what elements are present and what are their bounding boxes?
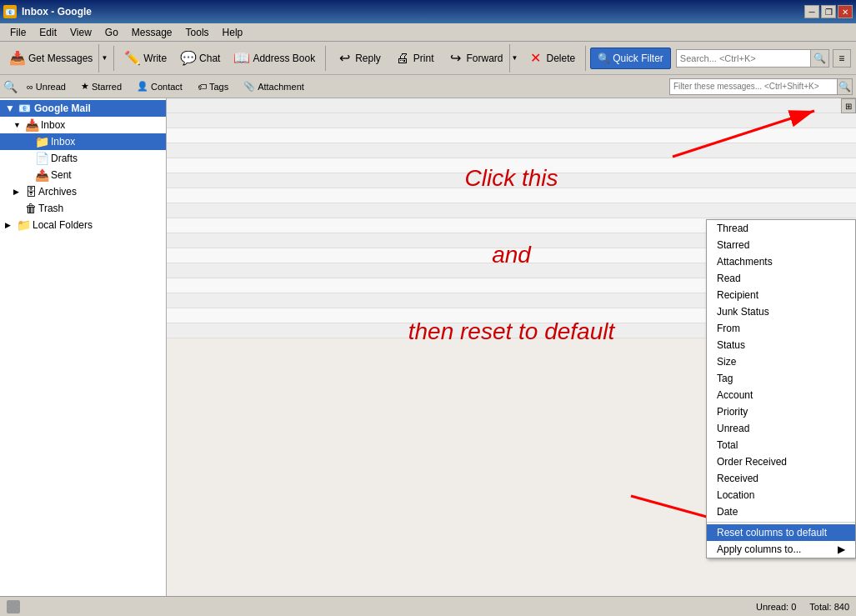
delete-button[interactable]: ✕ Delete — [521, 44, 581, 73]
email-row[interactable] — [167, 128, 856, 143]
sent-icon: 📤 — [35, 168, 49, 182]
ctx-unread[interactable]: Unread — [707, 420, 855, 437]
ctx-read[interactable]: Read — [707, 270, 855, 287]
menu-file[interactable]: File — [3, 25, 33, 40]
reply-button[interactable]: ↩ Reply — [330, 44, 387, 73]
email-row[interactable] — [167, 158, 856, 173]
local-folders-expander: ▶ — [5, 221, 15, 229]
archives-expander: ▶ — [13, 188, 23, 196]
separator-1 — [113, 46, 114, 71]
toolbar-menu-button[interactable]: ≡ — [833, 49, 851, 68]
ctx-date[interactable]: Date — [707, 503, 855, 520]
sidebar-item-archives[interactable]: ▶ 🗄 Archives — [0, 183, 166, 200]
print-icon: 🖨 — [394, 50, 411, 67]
filter-input[interactable] — [670, 82, 837, 91]
unread-icon: ∞ — [27, 82, 33, 92]
sidebar-sent-label: Sent — [51, 169, 72, 181]
ctx-apply-columns[interactable]: Apply columns to... ▶ — [707, 541, 855, 558]
filter-contact-button[interactable]: 👤 Contact — [131, 78, 188, 94]
inbox-expander: ▼ — [13, 121, 23, 129]
ctx-received[interactable]: Received — [707, 470, 855, 487]
menu-bar: File Edit View Go Message Tools Help — [0, 23, 856, 42]
context-menu: Thread Starred Attachments Read Recipien… — [706, 219, 856, 558]
ctx-junk-status[interactable]: Junk Status — [707, 303, 855, 320]
print-button[interactable]: 🖨 Print — [388, 44, 440, 73]
search-input[interactable] — [677, 53, 810, 63]
restore-button[interactable]: ❐ — [821, 5, 836, 18]
menu-tools[interactable]: Tools — [179, 25, 216, 40]
address-book-button[interactable]: 📖 Address Book — [228, 44, 321, 73]
filter-bar-icon: 🔍 — [3, 80, 18, 93]
menu-help[interactable]: Help — [216, 25, 250, 40]
ctx-account[interactable]: Account — [707, 387, 855, 403]
email-row[interactable] — [167, 173, 856, 188]
sidebar-item-trash[interactable]: 🗑 Trash — [0, 200, 166, 217]
ctx-order-received[interactable]: Order Received — [707, 453, 855, 470]
forward-icon: ↪ — [448, 50, 464, 67]
local-folders-icon: 📁 — [17, 218, 31, 232]
ctx-size[interactable]: Size — [707, 353, 855, 370]
sidebar: ▼ 📧 Google Mail ▼ 📥 Inbox 📁 Inbox 📄 Draf… — [0, 98, 167, 596]
inbox-icon: 📥 — [25, 118, 39, 132]
window-controls: ─ ❐ ✕ — [804, 5, 853, 18]
sidebar-local-folders-label: Local Folders — [33, 219, 93, 231]
archives-icon: 🗄 — [25, 185, 37, 198]
ctx-recipient[interactable]: Recipient — [707, 287, 855, 303]
get-messages-arrow[interactable]: ▼ — [98, 44, 109, 73]
sidebar-trash-label: Trash — [38, 203, 63, 214]
filter-tags-button[interactable]: 🏷 Tags — [192, 79, 234, 94]
search-submit-button[interactable]: 🔍 — [810, 50, 828, 67]
search-box: 🔍 — [676, 49, 829, 68]
email-row[interactable] — [167, 188, 856, 203]
email-row[interactable] — [167, 203, 856, 218]
sidebar-inbox-label: Inbox — [41, 119, 65, 131]
ctx-priority[interactable]: Priority — [707, 403, 855, 420]
ctx-tag[interactable]: Tag — [707, 370, 855, 387]
email-area: ⊞ Click this and then reset to default — [167, 98, 856, 596]
app-icon: 📧 — [3, 5, 17, 18]
forward-arrow[interactable]: ▼ — [509, 44, 520, 73]
ctx-total[interactable]: Total — [707, 437, 855, 453]
chat-icon: 💬 — [180, 50, 197, 67]
sidebar-header: ▼ 📧 Google Mail — [0, 100, 166, 117]
column-chooser-button[interactable]: ⊞ — [841, 98, 856, 113]
ctx-status[interactable]: Status — [707, 337, 855, 353]
email-row[interactable] — [167, 143, 856, 158]
sidebar-item-inbox-group[interactable]: ▼ 📥 Inbox — [0, 117, 166, 133]
filter-search-submit[interactable]: 🔍 — [837, 79, 852, 94]
close-button[interactable]: ✕ — [838, 5, 853, 18]
forward-button[interactable]: ↪ Forward — [442, 44, 509, 73]
ctx-starred[interactable]: Starred — [707, 237, 855, 253]
sidebar-item-inbox[interactable]: 📁 Inbox — [0, 133, 166, 150]
quick-filter-button[interactable]: 🔍 Quick Filter — [590, 48, 671, 69]
email-row[interactable] — [167, 113, 856, 128]
filter-unread-button[interactable]: ∞ Unread — [21, 79, 72, 94]
delete-icon: ✕ — [527, 50, 543, 67]
menu-edit[interactable]: Edit — [33, 25, 63, 40]
title-bar: 📧 Inbox - Google ─ ❐ ✕ — [0, 0, 856, 23]
chat-button[interactable]: 💬 Chat — [174, 44, 226, 73]
ctx-attachments[interactable]: Attachments — [707, 253, 855, 270]
write-button[interactable]: ✏️ Write — [118, 44, 173, 73]
sidebar-item-sent[interactable]: 📤 Sent — [0, 167, 166, 183]
status-bar: Unread: 0 Total: 840 — [0, 596, 856, 616]
reply-icon: ↩ — [336, 50, 353, 67]
ctx-from[interactable]: From — [707, 320, 855, 337]
filter-starred-button[interactable]: ★ Starred — [75, 78, 128, 94]
ctx-location[interactable]: Location — [707, 487, 855, 503]
quick-filter-icon: 🔍 — [598, 53, 610, 64]
forward-group: ↪ Forward ▼ — [442, 44, 520, 73]
sidebar-item-local-folders[interactable]: ▶ 📁 Local Folders — [0, 217, 166, 233]
menu-message[interactable]: Message — [125, 25, 179, 40]
menu-go[interactable]: Go — [98, 25, 125, 40]
minimize-button[interactable]: ─ — [804, 5, 819, 18]
filter-attachment-button[interactable]: 📎 Attachment — [238, 78, 310, 94]
menu-view[interactable]: View — [63, 25, 98, 40]
ctx-thread[interactable]: Thread — [707, 220, 855, 237]
unread-count: Unread: 0 — [756, 602, 796, 612]
drafts-icon: 📄 — [35, 152, 49, 165]
ctx-reset-columns[interactable]: Reset columns to default — [707, 524, 855, 541]
get-messages-button[interactable]: 📥 Get Messages — [3, 44, 98, 73]
separator-2 — [325, 46, 326, 71]
sidebar-item-drafts[interactable]: 📄 Drafts — [0, 150, 166, 167]
